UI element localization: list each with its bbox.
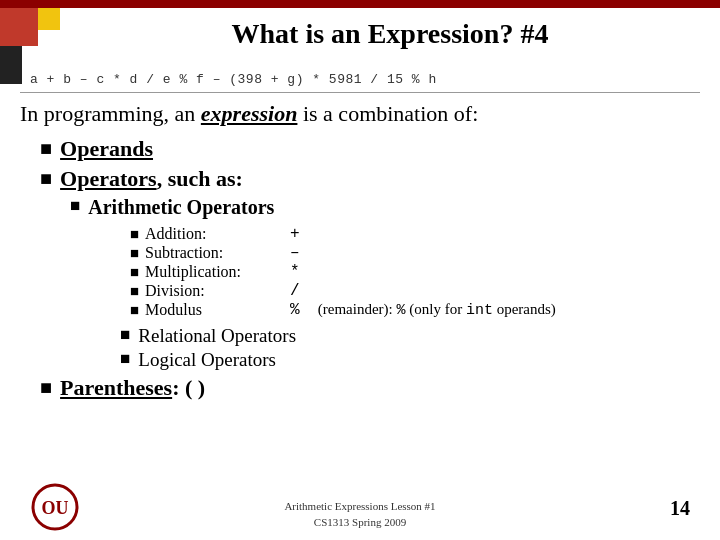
dark-square	[0, 46, 22, 84]
modulus-label: Modulus	[145, 301, 202, 318]
bullet-marker-operators: ■	[40, 165, 52, 191]
operators-label: Operators	[60, 166, 157, 191]
footer-area: Arithmetic Expressions Lesson #1 CS1313 …	[0, 499, 720, 530]
footer-line2: CS1313 Spring 2009	[284, 515, 435, 530]
slide-title: What is an Expression? #4	[80, 18, 700, 50]
op-symbol-addition: +	[290, 225, 310, 243]
logical-label: Logical Operators	[138, 349, 276, 371]
parentheses-label: Parentheses	[60, 375, 172, 400]
op-row-division: ■Division: /	[130, 282, 700, 300]
modulus-percent: %	[396, 302, 405, 319]
op-row-modulus: ■Modulus % (remainder): % (only for int …	[130, 301, 700, 319]
intro-line: In programming, an expression is a combi…	[20, 100, 700, 129]
parentheses-chars: : ( )	[172, 375, 205, 400]
arithmetic-label: Arithmetic Operators	[88, 196, 274, 219]
bullet-marker-addition: ■	[130, 226, 139, 242]
op-row-addition: ■Addition: +	[130, 225, 700, 243]
bullet-relational: ■ Relational Operators	[120, 325, 700, 347]
op-symbol-multiplication: *	[290, 263, 310, 281]
bullet-marker-multiplication: ■	[130, 264, 139, 280]
bullet-operators: ■ Operators, such as:	[40, 165, 700, 194]
bullet-arithmetic: ■ Arithmetic Operators	[70, 196, 700, 223]
bullet-marker-modulus: ■	[130, 302, 139, 318]
modulus-note: (remainder): % (only for int operands)	[314, 301, 556, 319]
relational-label: Relational Operators	[138, 325, 296, 347]
footer-line1: Arithmetic Expressions Lesson #1	[284, 499, 435, 514]
op-row-multiplication: ■Multiplication: *	[130, 263, 700, 281]
op-symbol-division: /	[290, 282, 310, 300]
bullet-marker-relational: ■	[120, 325, 130, 345]
bullet-marker-logical: ■	[120, 349, 130, 369]
op-name-division: ■Division:	[130, 282, 290, 300]
int-keyword: int	[466, 302, 493, 319]
op-name-modulus: ■Modulus	[130, 301, 290, 319]
code-example-line: a + b – c * d / e % f – (398 + g) * 5981…	[30, 72, 700, 87]
bullet-operands: ■ Operands	[40, 135, 700, 164]
top-accent-bar	[0, 0, 720, 8]
intro-suffix: is a combination of:	[297, 101, 478, 126]
operators-label-wrap: Operators, such as:	[60, 165, 243, 194]
arithmetic-ops-table: ■Addition: + ■Subtraction: – ■Multiplica…	[130, 225, 700, 319]
main-content: In programming, an expression is a combi…	[20, 100, 700, 401]
bullet-logical: ■ Logical Operators	[120, 349, 700, 371]
bullet-marker-division: ■	[130, 283, 139, 299]
intro-prefix: In programming, an	[20, 101, 201, 126]
op-symbol-subtraction: –	[290, 244, 310, 262]
op-symbol-modulus: %	[290, 301, 310, 319]
corner-decoration	[0, 8, 60, 68]
expression-keyword: expression	[201, 101, 298, 126]
page-number: 14	[670, 497, 690, 520]
footer-text: Arithmetic Expressions Lesson #1 CS1313 …	[284, 499, 435, 530]
yellow-square	[38, 8, 60, 30]
op-name-multiplication: ■Multiplication:	[130, 263, 290, 281]
bullet-marker-operands: ■	[40, 135, 52, 161]
horizontal-divider	[20, 92, 700, 93]
parentheses-text: Parentheses: ( )	[60, 375, 205, 401]
slide: What is an Expression? #4 a + b – c * d …	[0, 0, 720, 540]
bullet-marker-arithmetic: ■	[70, 196, 80, 216]
operands-label: Operands	[60, 135, 153, 164]
bullet-marker-subtraction: ■	[130, 245, 139, 261]
op-row-subtraction: ■Subtraction: –	[130, 244, 700, 262]
red-square	[0, 8, 38, 46]
operators-suffix: , such as:	[157, 166, 243, 191]
op-name-addition: ■Addition:	[130, 225, 290, 243]
op-name-subtraction: ■Subtraction:	[130, 244, 290, 262]
bullet-marker-parentheses: ■	[40, 376, 52, 399]
bullet-parentheses: ■ Parentheses: ( )	[40, 375, 700, 401]
arithmetic-subsection: ■ Arithmetic Operators ■Addition: + ■Sub…	[70, 196, 700, 371]
